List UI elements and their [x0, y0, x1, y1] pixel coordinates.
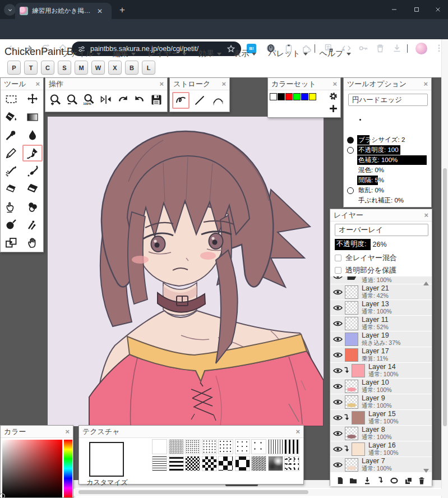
- tool-eyedropper[interactable]: [1, 126, 22, 144]
- close-icon[interactable]: ×: [424, 211, 428, 219]
- layer-row[interactable]: Layer 9通常: 100%: [330, 394, 432, 409]
- texture-swatch-dots-sparse[interactable]: [235, 439, 250, 454]
- close-icon[interactable]: ×: [159, 80, 164, 87]
- layer-visibility-icon[interactable]: [333, 289, 343, 296]
- texture-swatch-vlines-fine[interactable]: [268, 439, 283, 454]
- tool-gradient[interactable]: [22, 108, 43, 126]
- duplicate-layer-button[interactable]: [404, 476, 413, 485]
- tool-soft-eraser[interactable]: [22, 180, 43, 198]
- close-icon[interactable]: ×: [35, 80, 40, 87]
- texture-preview[interactable]: [89, 442, 124, 477]
- checkbox-icon[interactable]: [335, 255, 341, 261]
- texture-swatch-checker-m[interactable]: [202, 456, 217, 471]
- zoom-100-button[interactable]: 100%: [81, 93, 97, 107]
- window-minimize-button[interactable]: [386, 3, 403, 16]
- texture-palette-header[interactable]: テクスチャ ×: [79, 426, 303, 438]
- shortcut-button-S[interactable]: S: [58, 61, 71, 75]
- texture-swatch-dots-med[interactable]: [218, 439, 233, 454]
- color-palette-header[interactable]: カラー ×: [1, 426, 73, 438]
- layer-row[interactable]: Layer 21通常: 42%: [330, 284, 432, 299]
- hue-bar[interactable]: [64, 440, 72, 497]
- zoom-in-button[interactable]: [48, 93, 63, 107]
- menu-1[interactable]: 編集: [113, 49, 136, 59]
- option-slider[interactable]: 散乱: 0%散乱: 0%: [357, 186, 427, 195]
- tool-burn-dodge[interactable]: [22, 216, 43, 234]
- texture-swatch-hlines-fine[interactable]: [152, 456, 167, 471]
- texture-swatch-white[interactable]: [152, 439, 167, 454]
- tool-eraser[interactable]: [1, 180, 22, 198]
- colorset-settings-button[interactable]: [329, 91, 338, 101]
- redo-button[interactable]: [132, 93, 147, 107]
- add-color-button[interactable]: [329, 104, 338, 113]
- texture-swatch-vlines-bold[interactable]: [284, 439, 299, 454]
- texture-swatch-grid-fine[interactable]: [185, 439, 200, 454]
- texture-swatch-dots-xsparse[interactable]: [251, 439, 266, 454]
- close-icon[interactable]: ×: [65, 428, 70, 435]
- layer-visibility-icon[interactable]: [333, 367, 343, 374]
- shortcut-button-M[interactable]: M: [75, 61, 88, 75]
- shortcut-button-B[interactable]: B: [125, 61, 138, 75]
- close-icon[interactable]: ×: [221, 80, 226, 87]
- texture-swatch-checker-s[interactable]: [185, 456, 200, 471]
- menu-2[interactable]: レイヤー: [147, 49, 187, 59]
- texture-swatch-dots-dense[interactable]: [202, 439, 217, 454]
- layer-mask-button[interactable]: [390, 476, 399, 485]
- layer-row[interactable]: Layer 7通常: 100%: [330, 457, 432, 472]
- tab-search-button[interactable]: [4, 4, 16, 16]
- tool-blender[interactable]: [22, 198, 43, 216]
- add-group-button[interactable]: [349, 476, 358, 485]
- texture-swatch-hlines-bold[interactable]: [169, 456, 184, 471]
- option-slider[interactable]: 間隔: 5%間隔: 5%: [357, 176, 427, 185]
- sample-all-layers-checkbox[interactable]: 全レイヤー混合: [335, 253, 397, 263]
- tool-brush[interactable]: [22, 162, 43, 180]
- layer-row[interactable]: Layer 10通常: 100%: [330, 379, 432, 394]
- texture-swatch-checker-huge[interactable]: [235, 456, 250, 471]
- layer-row[interactable]: Layer 14通常: 100%: [330, 363, 432, 378]
- merge-down-button[interactable]: [363, 476, 372, 485]
- color-swatch-4[interactable]: [301, 93, 308, 100]
- layer-visibility-icon[interactable]: [333, 336, 343, 343]
- slider-mode-circle[interactable]: [347, 147, 357, 154]
- menu-3[interactable]: 効果: [198, 49, 221, 59]
- texture-swatch-speckle[interactable]: [284, 456, 299, 471]
- tool-move[interactable]: [22, 90, 43, 108]
- texture-swatch-checker-xl[interactable]: [218, 456, 233, 471]
- layer-row[interactable]: Layer 13通常: 100%: [330, 300, 432, 315]
- layer-row[interactable]: Layer 15通常: 100%: [330, 410, 432, 425]
- texture-swatch-dither50[interactable]: [169, 439, 184, 454]
- shortcut-button-C[interactable]: C: [41, 61, 54, 75]
- profile-avatar[interactable]: [415, 43, 427, 54]
- tool-options-header[interactable]: ツールオプション ×: [344, 78, 431, 90]
- slider-mode-circle[interactable]: [347, 137, 357, 144]
- stroke-freehand-button[interactable]: [172, 92, 190, 109]
- lock-alpha-checkbox[interactable]: 透明部分を保護: [335, 265, 396, 275]
- layer-visibility-icon[interactable]: [333, 383, 343, 390]
- layer-visibility-icon[interactable]: [333, 320, 343, 327]
- clip-layer-button[interactable]: [376, 476, 385, 485]
- option-slider[interactable]: 色補充: 100%色補充: 100%: [357, 155, 427, 165]
- scroll-up-icon[interactable]: [423, 282, 429, 285]
- horizontal-scrollbar-thumb[interactable]: [78, 490, 308, 494]
- close-icon[interactable]: ×: [295, 428, 300, 435]
- window-close-button[interactable]: [429, 3, 446, 16]
- shortcut-button-P[interactable]: P: [7, 61, 21, 75]
- option-slider[interactable]: 不透明度: 100不透明度: 100: [357, 145, 427, 155]
- tool-pencil[interactable]: [1, 144, 22, 162]
- checkbox-icon[interactable]: [335, 267, 341, 274]
- page-vertical-scrollbar[interactable]: [441, 39, 448, 498]
- tool-dot[interactable]: [1, 216, 22, 234]
- layer-visibility-icon[interactable]: [333, 462, 343, 468]
- texture-swatch-noise-fine[interactable]: [251, 456, 266, 471]
- layer-visibility-icon[interactable]: [333, 305, 343, 311]
- menu-0[interactable]: ファイル: [62, 49, 101, 59]
- tool-rect-select[interactable]: [1, 90, 22, 108]
- layer-visibility-icon[interactable]: [333, 352, 343, 358]
- page-horizontal-scrollbar[interactable]: [73, 489, 448, 496]
- menu-4[interactable]: 表示: [233, 49, 256, 59]
- shortcut-button-X[interactable]: X: [108, 61, 122, 75]
- tool-pan-hand[interactable]: [22, 234, 43, 252]
- stroke-bezier-button[interactable]: [209, 92, 227, 109]
- layer-row[interactable]: Layer 17乗算: 11%: [330, 347, 432, 362]
- colorset-palette-header[interactable]: カラーセット ×: [268, 78, 340, 90]
- browser-tab[interactable]: 練習用お絵かき掲示板 - Petit No ✕: [15, 3, 112, 19]
